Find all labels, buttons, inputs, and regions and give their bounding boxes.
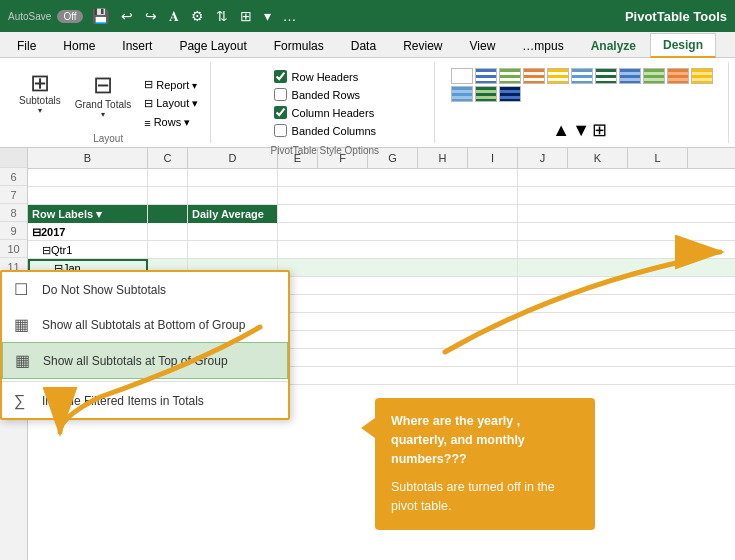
- report-layout-icon: ⊟: [144, 78, 153, 91]
- settings-icon[interactable]: ⚙: [188, 6, 207, 26]
- cell-d6[interactable]: [188, 169, 278, 187]
- tab-data[interactable]: Data: [338, 34, 389, 57]
- callout-bubble: Where are the yearly , quarterly, and mo…: [375, 398, 595, 530]
- report-layout-button[interactable]: ⊟ Report ▾: [140, 76, 202, 93]
- banded-cols-label: Banded Columns: [292, 125, 376, 137]
- more-styles-icon[interactable]: ⊞: [592, 119, 607, 141]
- cell-d9[interactable]: [188, 223, 278, 241]
- tab-home[interactable]: Home: [50, 34, 108, 57]
- undo-icon[interactable]: ↩: [118, 6, 136, 26]
- cell-c10[interactable]: [148, 241, 188, 259]
- col-headers-label: Column Headers: [292, 107, 375, 119]
- grand-totals-button[interactable]: ⊟ Grand Totals ▾: [70, 68, 137, 122]
- dropdown-separator: [2, 381, 288, 382]
- tab-insert[interactable]: Insert: [109, 34, 165, 57]
- table-icon[interactable]: ⊞: [237, 6, 255, 26]
- tab-campus[interactable]: …mpus: [509, 34, 576, 57]
- style-swatch-3[interactable]: [523, 68, 545, 84]
- tab-page-layout[interactable]: Page Layout: [166, 34, 259, 57]
- dropdown-item-label-top: Show all Subtotals at Top of Group: [43, 354, 228, 368]
- banded-rows-checkbox[interactable]: [274, 88, 287, 101]
- style-swatch-11[interactable]: [451, 86, 473, 102]
- row-headers-checkbox[interactable]: [274, 70, 287, 83]
- no-subtotals-icon: ☐: [14, 280, 34, 299]
- cell-rest-13[interactable]: [278, 295, 518, 313]
- cell-e7[interactable]: [278, 187, 518, 205]
- col-headers-checkbox[interactable]: [274, 106, 287, 119]
- cell-rest-9[interactable]: [278, 223, 518, 241]
- cell-rest-8[interactable]: [278, 205, 518, 223]
- layout-label: Layout ▾: [156, 97, 198, 110]
- style-swatch-4[interactable]: [547, 68, 569, 84]
- style-swatch-none[interactable]: [451, 68, 473, 84]
- layout-button[interactable]: ⊟ Layout ▾: [140, 95, 202, 112]
- col-header-l: L: [628, 148, 688, 168]
- scroll-down-icon[interactable]: ▼: [572, 120, 590, 141]
- style-swatch-5[interactable]: [571, 68, 593, 84]
- cell-rest-15[interactable]: [278, 331, 518, 349]
- cell-rest-11[interactable]: [278, 259, 518, 277]
- tab-analyze[interactable]: Analyze: [578, 34, 649, 57]
- style-swatch-8[interactable]: [643, 68, 665, 84]
- style-swatch-2[interactable]: [499, 68, 521, 84]
- layout-icon: ⊟: [144, 97, 153, 110]
- scroll-up-icon[interactable]: ▲: [552, 120, 570, 141]
- title-bar-right: PivotTable Tools: [625, 9, 727, 24]
- cell-d8-daily-avg[interactable]: Daily Average: [188, 205, 278, 223]
- cell-b6[interactable]: [28, 169, 148, 187]
- dropdown-item-filtered[interactable]: ∑ Include Filtered Items in Totals: [2, 384, 288, 418]
- cell-b9-2017[interactable]: ⊟2017: [28, 223, 148, 241]
- dropdown-item-no-subtotals[interactable]: ☐ Do Not Show Subtotals: [2, 272, 288, 307]
- save-icon[interactable]: 💾: [89, 6, 112, 26]
- cell-c7[interactable]: [148, 187, 188, 205]
- callout-arrow: [361, 418, 375, 438]
- autosave-toggle[interactable]: Off: [57, 10, 82, 23]
- col-header-k: K: [568, 148, 628, 168]
- tab-design[interactable]: Design: [650, 33, 716, 58]
- tab-formulas[interactable]: Formulas: [261, 34, 337, 57]
- title-bar-left: AutoSave Off 💾 ↩ ↪ 𝐀 ⚙ ⇅ ⊞ ▾ …: [8, 6, 300, 27]
- subtotals-button[interactable]: ⊞ Subtotals ▾: [14, 68, 66, 118]
- cell-rest-14[interactable]: [278, 313, 518, 331]
- grand-totals-icon: ⊟: [93, 71, 113, 99]
- cell-b7[interactable]: [28, 187, 148, 205]
- tab-view[interactable]: View: [457, 34, 509, 57]
- dropdown-item-label-bottom: Show all Subtotals at Bottom of Group: [42, 318, 245, 332]
- subtotals-icon: ⊞: [30, 71, 50, 95]
- cell-b10-qtr1[interactable]: ⊟Qtr1: [28, 241, 148, 259]
- cell-c6[interactable]: [148, 169, 188, 187]
- cell-d7[interactable]: [188, 187, 278, 205]
- cell-rest-17[interactable]: [278, 367, 518, 385]
- dropdown-item-bottom[interactable]: ▦ Show all Subtotals at Bottom of Group: [2, 307, 288, 342]
- tab-review[interactable]: Review: [390, 34, 455, 57]
- redo-icon[interactable]: ↪: [142, 6, 160, 26]
- cell-d10[interactable]: [188, 241, 278, 259]
- report-layout-label: Report ▾: [156, 79, 197, 91]
- more-icon[interactable]: …: [280, 6, 300, 26]
- style-swatch-9[interactable]: [667, 68, 689, 84]
- table-row: Row Labels ▾ Daily Average: [28, 205, 735, 223]
- filter-icon[interactable]: ▾: [261, 6, 274, 26]
- blank-rows-button[interactable]: ≡ Rows ▾: [140, 114, 202, 131]
- banded-cols-checkbox[interactable]: [274, 124, 287, 137]
- tab-file[interactable]: File: [4, 34, 49, 57]
- style-swatch-7[interactable]: [619, 68, 641, 84]
- text-icon[interactable]: 𝐀: [166, 6, 182, 27]
- banded-rows-label: Banded Rows: [292, 89, 361, 101]
- cell-rest-16[interactable]: [278, 349, 518, 367]
- cell-e6[interactable]: [278, 169, 518, 187]
- arrows-icon[interactable]: ⇅: [213, 6, 231, 26]
- callout-subtext: Subtotals are turned off in the pivot ta…: [391, 478, 579, 516]
- cell-b8-row-labels[interactable]: Row Labels ▾: [28, 205, 148, 223]
- style-swatch-6[interactable]: [595, 68, 617, 84]
- cell-c8[interactable]: [148, 205, 188, 223]
- cell-rest-12[interactable]: [278, 277, 518, 295]
- style-swatch-1[interactable]: [475, 68, 497, 84]
- row-headers-checkbox-row: Row Headers: [274, 70, 376, 83]
- cell-c9[interactable]: [148, 223, 188, 241]
- dropdown-item-top[interactable]: ▦ Show all Subtotals at Top of Group: [2, 342, 288, 379]
- cell-rest-10[interactable]: [278, 241, 518, 259]
- style-swatch-12[interactable]: [475, 86, 497, 102]
- style-swatch-10[interactable]: [691, 68, 713, 84]
- style-swatch-13[interactable]: [499, 86, 521, 102]
